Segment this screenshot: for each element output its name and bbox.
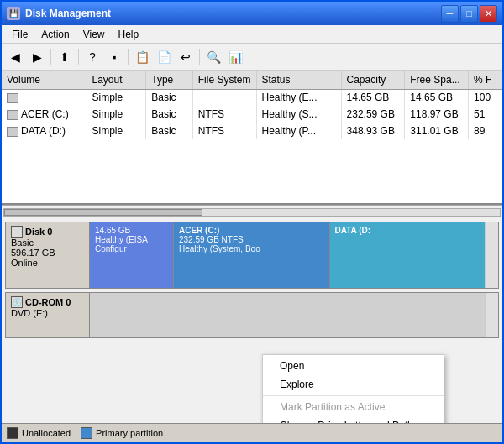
cell-layout-1: Simple: [87, 89, 146, 106]
disk-0-status: Online: [11, 258, 84, 268]
disk-list-scrollbar[interactable]: [2, 205, 502, 218]
disk-0-size: 596.17 GB: [11, 248, 84, 258]
acer-size: 232.59 GB NTFS: [179, 235, 324, 244]
maximize-button[interactable]: □: [460, 5, 478, 23]
disk-0-name: Disk 0: [25, 227, 52, 237]
up-button[interactable]: ⬆: [55, 47, 75, 67]
ctx-change-letter[interactable]: Change Drive Letter and Paths...: [263, 416, 444, 423]
legend-unallocated: Unallocated: [7, 427, 71, 439]
col-header-freespace[interactable]: Free Spa...: [405, 71, 469, 89]
disk-management-window: 💾 Disk Management ─ □ ✕ File Action View…: [0, 0, 504, 444]
cell-layout-3: Simple: [87, 123, 146, 139]
menu-bar: File Action View Help: [2, 25, 502, 44]
title-bar-left: 💾 Disk Management: [7, 7, 111, 20]
disk-0-data-partition[interactable]: DATA (D:: [330, 222, 486, 288]
cell-status-2: Healthy (S...: [256, 106, 341, 123]
ctx-open[interactable]: Open: [263, 357, 444, 375]
disk-0-partitions: 14.65 GB Healthy (EISA Configur ACER (C:…: [90, 222, 485, 288]
eisa-size: 14.65 GB: [95, 226, 168, 235]
legend-unallocated-box: [7, 427, 18, 439]
legend: Unallocated Primary partition: [2, 423, 502, 442]
cell-type-1: Basic: [146, 89, 193, 106]
context-menu: Open Explore Mark Partition as Active Ch…: [262, 354, 444, 423]
cdrom-0-row: 💿 CD-ROM 0 DVD (E:): [5, 292, 499, 338]
copy-button[interactable]: 📋: [132, 47, 152, 67]
legend-primary: Primary partition: [81, 427, 163, 439]
title-bar: 💾 Disk Management ─ □ ✕: [2, 2, 502, 25]
acer-label: ACER (C:): [179, 226, 324, 235]
ctx-sep-1: [263, 395, 444, 396]
help-button[interactable]: ?: [82, 47, 102, 67]
col-header-volume[interactable]: Volume: [2, 71, 87, 89]
disk-0-eisa-partition[interactable]: 14.65 GB Healthy (EISA Configur: [90, 222, 174, 288]
cell-capacity-2: 232.59 GB: [341, 106, 405, 123]
cell-status-3: Healthy (P...: [256, 123, 341, 139]
window-title: Disk Management: [25, 8, 111, 19]
cdrom-partitions: [90, 293, 485, 337]
cdrom-0-label: 💿 CD-ROM 0 DVD (E:): [6, 293, 90, 337]
disk-0-type: Basic: [11, 238, 84, 248]
disk-0-acer-partition[interactable]: ACER (C:) 232.59 GB NTFS Healthy (System…: [174, 222, 330, 288]
table-row[interactable]: DATA (D:) Simple Basic NTFS Healthy (P..…: [2, 123, 502, 139]
paste-button[interactable]: 📄: [154, 47, 174, 67]
cell-percent-3: 89: [469, 123, 502, 139]
disk-0-icon-row: Disk 0: [11, 226, 84, 238]
cell-capacity-1: 14.65 GB: [341, 89, 405, 106]
square-button[interactable]: ▪: [104, 47, 124, 67]
chart-button[interactable]: 📊: [225, 47, 245, 67]
col-header-layout[interactable]: Layout: [87, 71, 146, 89]
cell-fs-1: [192, 89, 256, 106]
scroll-thumb[interactable]: [4, 209, 202, 216]
col-header-capacity[interactable]: Capacity: [341, 71, 405, 89]
menu-view[interactable]: View: [76, 27, 112, 42]
toolbar-separator-1: [50, 49, 51, 65]
menu-file[interactable]: File: [5, 27, 34, 42]
disk-0-row: Disk 0 Basic 596.17 GB Online 14.65 GB H…: [5, 222, 499, 289]
cell-freespace-2: 118.97 GB: [405, 106, 469, 123]
undo-button[interactable]: ↩: [176, 47, 196, 67]
forward-button[interactable]: ▶: [27, 47, 47, 67]
table-row[interactable]: Simple Basic Healthy (E... 14.65 GB 14.6…: [2, 89, 502, 106]
disk-view: Disk 0 Basic 596.17 GB Online 14.65 GB H…: [2, 218, 502, 423]
cell-freespace-1: 14.65 GB: [405, 89, 469, 106]
cdrom-icon-row: 💿 CD-ROM 0: [11, 296, 84, 308]
cell-type-3: Basic: [146, 123, 193, 139]
disk-list[interactable]: Volume Layout Type File System Status Ca…: [2, 71, 502, 205]
cell-layout-2: Simple: [87, 106, 146, 123]
col-header-type[interactable]: Type: [146, 71, 193, 89]
close-button[interactable]: ✕: [480, 5, 497, 23]
col-header-fs[interactable]: File System: [192, 71, 256, 89]
main-content: Volume Layout Type File System Status Ca…: [2, 71, 502, 442]
cdrom-scrollbar: [485, 293, 498, 337]
cell-volume-1: [2, 89, 87, 106]
acer-detail: Healthy (System, Boo: [179, 244, 324, 253]
toolbar-separator-3: [128, 49, 129, 65]
toolbar-separator-2: [78, 49, 79, 65]
legend-primary-label: Primary partition: [96, 428, 163, 438]
toolbar-separator-4: [199, 49, 200, 65]
search-button[interactable]: 🔍: [203, 47, 223, 67]
legend-unallocated-label: Unallocated: [22, 428, 71, 438]
col-header-status[interactable]: Status: [256, 71, 341, 89]
toolbar: ◀ ▶ ⬆ ? ▪ 📋 📄 ↩ 🔍 📊: [2, 44, 502, 71]
legend-primary-box: [81, 427, 92, 439]
cell-percent-2: 51: [469, 106, 502, 123]
title-buttons: ─ □ ✕: [441, 5, 497, 23]
disk-view-scrollbar[interactable]: [485, 222, 498, 288]
cell-freespace-3: 311.01 GB: [405, 123, 469, 139]
data-label: DATA (D:: [335, 226, 480, 235]
col-header-percent[interactable]: % F: [469, 71, 502, 89]
back-button[interactable]: ◀: [5, 47, 25, 67]
menu-action[interactable]: Action: [34, 27, 76, 42]
scroll-track[interactable]: [3, 208, 501, 217]
minimize-button[interactable]: ─: [441, 5, 459, 23]
cell-fs-3: NTFS: [192, 123, 256, 139]
table-row[interactable]: ACER (C:) Simple Basic NTFS Healthy (S..…: [2, 106, 502, 123]
menu-help[interactable]: Help: [112, 27, 146, 42]
ctx-explore[interactable]: Explore: [263, 375, 444, 394]
cell-fs-2: NTFS: [192, 106, 256, 123]
cdrom-type: DVD (E:): [11, 308, 84, 318]
cell-type-2: Basic: [146, 106, 193, 123]
cell-percent-1: 100: [469, 89, 502, 106]
cell-status-1: Healthy (E...: [256, 89, 341, 106]
